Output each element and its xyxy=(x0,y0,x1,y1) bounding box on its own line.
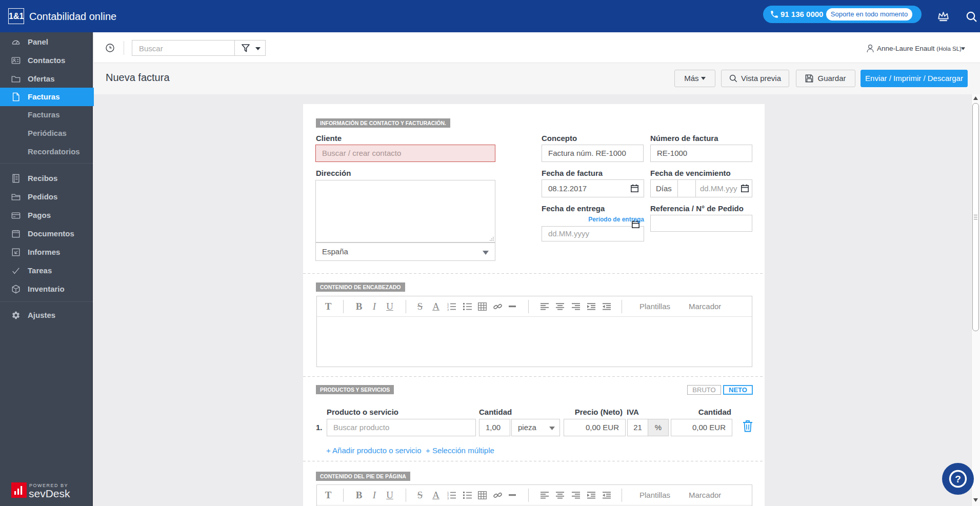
svg-text:3: 3 xyxy=(447,308,449,311)
svg-text:3: 3 xyxy=(447,497,449,500)
svg-text:?: ? xyxy=(955,474,961,484)
